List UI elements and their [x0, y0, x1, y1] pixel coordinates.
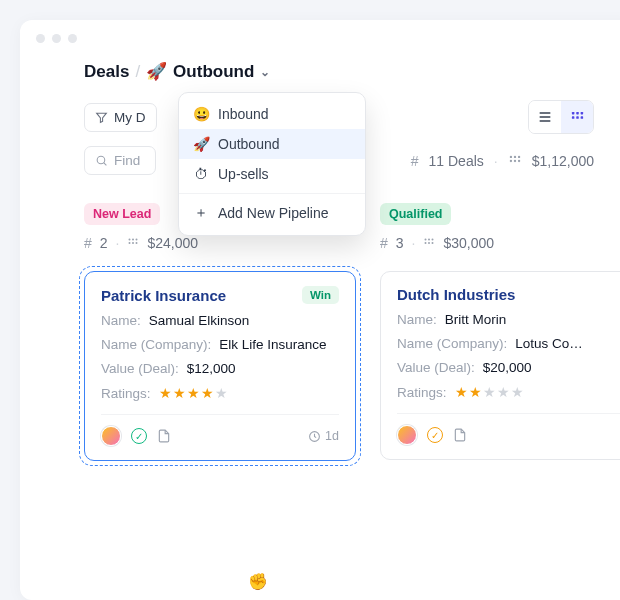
deal-title: Patrick Insurance [101, 287, 226, 304]
rocket-icon: 🚀 [193, 136, 209, 152]
field-label: Name: [101, 313, 141, 328]
window-dot [68, 34, 77, 43]
avatar[interactable] [101, 426, 121, 446]
grid-icon [127, 237, 139, 249]
pipeline-option-outbound[interactable]: 🚀 Outbound [179, 129, 365, 159]
add-pipeline-label: Add New Pipeline [218, 205, 329, 221]
plus-icon: ＋ [193, 204, 209, 222]
add-pipeline-button[interactable]: ＋ Add New Pipeline [179, 193, 365, 229]
check-circle-icon: ✓ [131, 428, 147, 444]
svg-point-30 [425, 239, 427, 241]
pipeline-option-label: Inbound [218, 106, 269, 122]
avatar[interactable] [397, 425, 417, 445]
svg-point-12 [514, 155, 516, 157]
svg-point-26 [129, 242, 131, 244]
column-summary: # 3 · $30,000 [380, 235, 620, 251]
deal-value: $20,000 [483, 360, 532, 375]
contact-name: Samual Elkinson [149, 313, 250, 328]
column-value: $24,000 [147, 235, 198, 251]
breadcrumb-separator: / [135, 62, 140, 82]
contact-name: Britt Morin [445, 312, 507, 327]
svg-line-10 [104, 163, 107, 166]
window-titlebar [20, 20, 620, 51]
pipeline-option-label: Up-sells [218, 166, 269, 182]
column-count: 3 [396, 235, 404, 251]
company-name: Elk Life Insurance [219, 337, 326, 352]
svg-point-11 [509, 155, 511, 157]
search-placeholder: Find [114, 153, 140, 168]
column-value: $30,000 [443, 235, 494, 251]
list-view-button[interactable] [529, 101, 561, 133]
svg-rect-8 [580, 116, 583, 119]
svg-point-35 [432, 242, 434, 244]
deal-title: Dutch Industries [397, 286, 515, 303]
funnel-icon [95, 111, 108, 124]
field-label: Ratings: [397, 385, 447, 400]
chevron-down-icon: ⌄ [260, 65, 270, 79]
field-label: Value (Deal): [397, 360, 475, 375]
deal-count: 11 Deals [429, 153, 484, 169]
column-summary: # 2 · $24,000 [84, 235, 356, 251]
warning-circle-icon: ✓ [427, 427, 443, 443]
svg-point-25 [136, 239, 138, 241]
kanban-column-new-lead: New Lead ＋ # 2 · $24,000 [84, 203, 356, 461]
svg-point-28 [136, 242, 138, 244]
separator-dot: · [494, 153, 498, 169]
hash-icon: # [380, 235, 388, 251]
field-label: Name (Company): [101, 337, 211, 352]
search-input[interactable]: Find [84, 146, 156, 175]
kanban-column-qualified: Qualified # 3 · $30,000 Dutch Industries [380, 203, 620, 461]
svg-point-32 [432, 239, 434, 241]
deal-card[interactable]: Dutch Industries Name: Britt Morin Name … [380, 271, 620, 460]
field-label: Ratings: [101, 386, 151, 401]
pipeline-summary: # 11 Deals · $1,12,000 [411, 153, 594, 169]
status-badge: Win [302, 286, 339, 304]
svg-point-34 [428, 242, 430, 244]
field-label: Name: [397, 312, 437, 327]
stopwatch-icon: ⏱ [193, 166, 209, 182]
pipeline-option-upsells[interactable]: ⏱ Up-sells [179, 159, 365, 189]
hash-icon: # [411, 153, 419, 169]
rating-stars: ★★★★★ [455, 384, 525, 400]
total-value: $1,12,000 [532, 153, 594, 169]
filter-label: My D [114, 110, 146, 125]
svg-rect-3 [571, 111, 574, 114]
my-deals-filter[interactable]: My D [84, 103, 157, 132]
svg-point-14 [509, 159, 511, 161]
svg-point-13 [518, 155, 520, 157]
smile-icon: 😀 [193, 106, 209, 122]
deal-card[interactable]: Patrick Insurance Win Name: Samual Elkin… [84, 271, 356, 461]
grid-icon [423, 237, 435, 249]
company-name: Lotus Co… [515, 336, 583, 351]
svg-point-24 [132, 239, 134, 241]
search-icon [95, 154, 108, 167]
column-badge: Qualified [380, 203, 451, 225]
pipeline-name: Outbound [173, 62, 254, 82]
svg-point-9 [97, 156, 105, 164]
svg-rect-4 [576, 111, 579, 114]
pipeline-option-inbound[interactable]: 😀 Inbound [179, 99, 365, 129]
svg-point-23 [129, 239, 131, 241]
pipeline-dropdown: 😀 Inbound 🚀 Outbound ⏱ Up-sells ＋ Add Ne… [178, 92, 366, 236]
column-badge: New Lead [84, 203, 160, 225]
pipeline-selector[interactable]: 🚀 Outbound ⌄ [146, 61, 270, 82]
grid-icon [508, 154, 522, 168]
svg-point-31 [428, 239, 430, 241]
time-ago: 1d [308, 429, 339, 443]
svg-rect-5 [580, 111, 583, 114]
window-dot [52, 34, 61, 43]
field-label: Name (Company): [397, 336, 507, 351]
document-icon[interactable] [157, 428, 171, 444]
svg-point-27 [132, 242, 134, 244]
hash-icon: # [84, 235, 92, 251]
document-icon[interactable] [453, 427, 467, 443]
kanban-view-button[interactable] [561, 101, 593, 133]
svg-rect-7 [576, 116, 579, 119]
breadcrumb-root[interactable]: Deals [84, 62, 129, 82]
grab-cursor-icon: ✊ [248, 572, 268, 591]
field-label: Value (Deal): [101, 361, 179, 376]
clock-icon [308, 430, 321, 443]
svg-point-33 [425, 242, 427, 244]
pipeline-option-label: Outbound [218, 136, 280, 152]
window-dot [36, 34, 45, 43]
